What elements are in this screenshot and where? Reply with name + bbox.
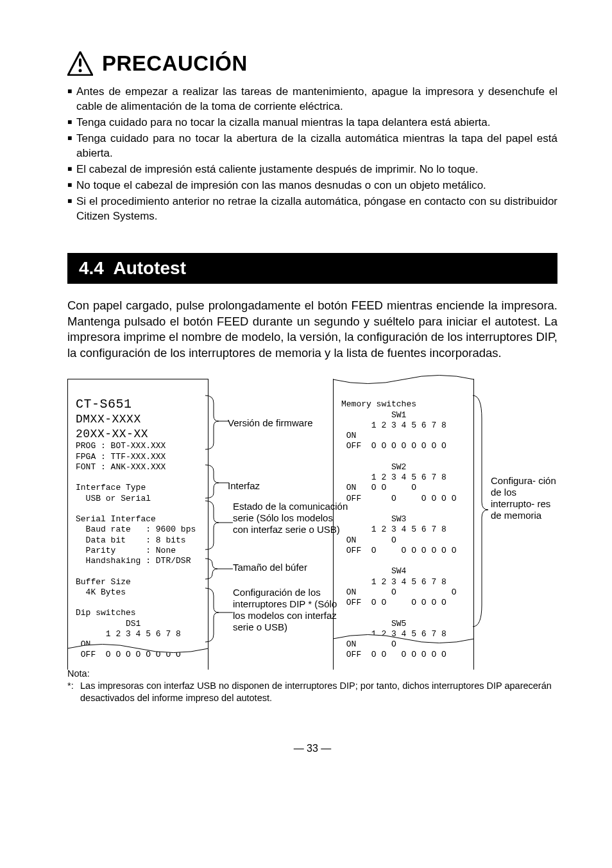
- printout-left: CT-S651 DMXX-XXXX 20XX-XX-XX PROG : BOT-…: [67, 379, 208, 670]
- caution-item: ■Tenga cuidado para no tocar la cizalla …: [67, 116, 557, 130]
- printout-line: Baud rate : 9600 bps: [76, 525, 196, 534]
- printout-line: ON: [341, 431, 356, 440]
- svg-rect-1: [79, 58, 81, 67]
- printout-line: SW4: [341, 566, 406, 576]
- section-title: Autotest: [113, 258, 186, 278]
- caution-item: ■El cabezal de impresión está caliente j…: [67, 162, 557, 177]
- section-intro: Con papel cargado, pulse prolongadamente…: [67, 298, 557, 361]
- footnote-marker: *:: [67, 680, 80, 704]
- printout-line: OFF O O O O O O O O: [341, 441, 446, 451]
- annotation-firmware: Versión de firmware: [228, 417, 313, 429]
- printout-line: Serial Interface: [76, 514, 156, 524]
- printout-line: ON O: [341, 535, 396, 545]
- printout-line: OFF O O O O O: [341, 494, 456, 503]
- printout-line: SW2: [341, 462, 406, 472]
- caution-header: PRECAUCIÓN: [67, 51, 557, 76]
- footnote-label: Nota:: [67, 668, 557, 680]
- printout-date: 20XX-XX-XX: [76, 428, 148, 440]
- page-number: — 33 —: [67, 743, 557, 754]
- bullet-icon: ■: [67, 164, 76, 178]
- printout-line: USB or Serial: [76, 494, 151, 503]
- printout-right: Memory switches SW1 1 2 3 4 5 6 7 8 ON O…: [333, 379, 474, 670]
- printout-line: 1 2 3 4 5 6 7 8: [341, 525, 446, 534]
- tear-edge-icon: [332, 634, 475, 645]
- annotation-buffer: Tamaño del búfer: [233, 562, 307, 573]
- caution-list: ■Antes de empezar a realizar las tareas …: [67, 85, 557, 223]
- bullet-icon: ■: [67, 86, 76, 116]
- footnote-text: Las impresoras con interfaz USB no dispo…: [80, 680, 557, 704]
- tear-edge-icon: [67, 644, 209, 654]
- warning-triangle-icon: [67, 51, 93, 76]
- printout-line: Dip switches: [76, 608, 136, 618]
- bullet-icon: ■: [67, 180, 76, 195]
- caution-item: ■No toque el cabezal de impresión con la…: [67, 178, 557, 193]
- annotation-memory: Configura- ción de los interrupto- res d…: [491, 475, 561, 521]
- printout-line: 1 2 3 4 5 6 7 8: [341, 473, 446, 482]
- printout-line: Memory switches: [341, 399, 416, 409]
- printout-line: FONT : ANK-XXX.XXX: [76, 462, 166, 472]
- bullet-icon: ■: [67, 117, 76, 132]
- bullet-icon: ■: [67, 133, 76, 162]
- caution-title: PRECAUCIÓN: [102, 51, 248, 76]
- caution-item: ■Antes de empezar a realizar las tareas …: [67, 85, 557, 114]
- svg-point-2: [79, 69, 82, 73]
- printout-line: OFF O O O O O O O: [341, 546, 456, 555]
- annotation-dip: Configuración de los interruptores DIP *…: [233, 587, 352, 633]
- printout-serial: DMXX-XXXX: [76, 413, 141, 426]
- printout-line: ON O O: [341, 587, 456, 597]
- caution-item: ■Si el procedimiento anterior no retrae …: [67, 195, 557, 224]
- printout-line: FPGA : TTF-XXX.XXX: [76, 452, 166, 462]
- printout-line: 1 2 3 4 5 6 7 8: [76, 629, 181, 639]
- printout-line: SW3: [341, 514, 406, 524]
- printout-line: SW1: [341, 410, 406, 420]
- printout-line: 1 2 3 4 5 6 7 8: [341, 421, 446, 430]
- printout-line: PROG : BOT-XXX.XXX: [76, 441, 166, 451]
- tear-edge-icon: [332, 375, 475, 385]
- printout-model: CT-S651: [76, 397, 132, 412]
- annotation-serial-state: Estado de la comunicación serie (Sólo lo…: [233, 501, 348, 535]
- printout-line: Handshaking : DTR/DSR: [76, 556, 191, 566]
- footnote-block: Nota: *: Las impresoras con interfaz USB…: [67, 668, 557, 704]
- printout-line: 1 2 3 4 5 6 7 8: [341, 577, 446, 587]
- page-container: PRECAUCIÓN ■Antes de empezar a realizar …: [0, 0, 612, 780]
- printout-line: Interface Type: [76, 483, 146, 492]
- printout-line: Parity : None: [76, 546, 176, 555]
- bullet-icon: ■: [67, 196, 76, 225]
- printout-line: OFF O O O O O O: [341, 598, 446, 607]
- autotest-figure: CT-S651 DMXX-XXXX 20XX-XX-XX PROG : BOT-…: [67, 379, 557, 655]
- annotation-interface: Interfaz: [228, 480, 260, 492]
- section-header-bar: 4.4 Autotest: [67, 253, 557, 284]
- printout-line: ON O O O: [341, 483, 416, 492]
- printout-line: OFF O O O O O O O: [341, 650, 446, 659]
- section-number: 4.4: [79, 258, 104, 278]
- printout-line: 4K Bytes: [76, 587, 126, 597]
- printout-line: Buffer Size: [76, 577, 131, 587]
- printout-line: DS1: [76, 619, 140, 629]
- caution-item: ■Tenga cuidado para no tocar la abertura…: [67, 132, 557, 161]
- printout-line: Data bit : 8 bits: [76, 535, 186, 545]
